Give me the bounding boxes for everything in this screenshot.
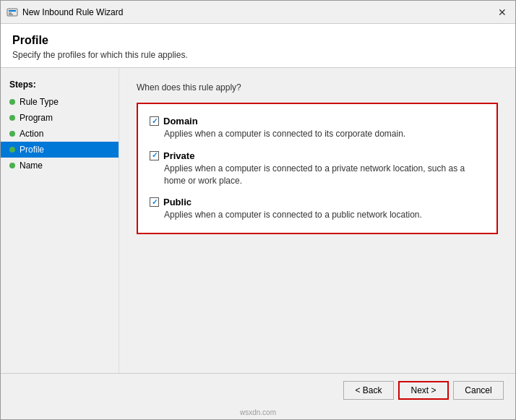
option-private-header: Private: [150, 150, 485, 161]
checkbox-private[interactable]: [150, 151, 159, 160]
watermark: wsxdn.com: [1, 407, 515, 419]
option-private-desc: Applies when a computer is connected to …: [150, 163, 485, 187]
window-header: Profile Specify the profiles for which t…: [1, 24, 515, 68]
wizard-window: New Inbound Rule Wizard ✕ Profile Specif…: [0, 0, 516, 420]
question-text: When does this rule apply?: [137, 82, 498, 93]
page-title: Profile: [12, 34, 504, 47]
title-bar-left: New Inbound Rule Wizard: [7, 7, 123, 18]
option-public-desc: Applies when a computer is connected to …: [150, 209, 485, 221]
option-public-header: Public: [150, 197, 485, 207]
steps-label: Steps:: [1, 77, 119, 94]
page-subtitle: Specify the profiles for which this rule…: [12, 50, 504, 60]
option-domain-desc: Applies when a computer is connected to …: [150, 128, 485, 140]
sidebar-item-rule-type[interactable]: Rule Type: [1, 94, 119, 110]
dot-name: [9, 163, 15, 168]
option-public-label: Public: [163, 197, 192, 207]
sidebar-item-program[interactable]: Program: [1, 110, 119, 126]
title-text: New Inbound Rule Wizard: [22, 7, 123, 17]
next-button[interactable]: Next >: [398, 381, 449, 400]
close-button[interactable]: ✕: [495, 5, 509, 20]
cancel-button[interactable]: Cancel: [453, 381, 504, 400]
sidebar-item-name[interactable]: Name: [1, 158, 119, 173]
option-private: Private Applies when a computer is conne…: [150, 150, 485, 187]
options-box: Domain Applies when a computer is connec…: [137, 103, 498, 234]
sidebar-item-profile[interactable]: Profile: [1, 142, 119, 158]
sidebar-item-action[interactable]: Action: [1, 126, 119, 142]
sidebar-label-program: Program: [20, 113, 53, 123]
svg-rect-1: [9, 10, 16, 12]
title-bar: New Inbound Rule Wizard ✕: [1, 1, 515, 24]
window-footer: < Back Next > Cancel: [1, 373, 515, 407]
dot-program: [9, 115, 15, 121]
dot-profile: [9, 147, 15, 153]
main-content: When does this rule apply? Domain Applie…: [119, 68, 515, 373]
option-domain: Domain Applies when a computer is connec…: [150, 116, 485, 140]
svg-rect-2: [9, 12, 12, 13]
checkbox-domain[interactable]: [150, 116, 159, 126]
sidebar-label-rule-type: Rule Type: [20, 97, 59, 107]
sidebar-label-name: Name: [20, 160, 43, 171]
back-button[interactable]: < Back: [343, 381, 394, 400]
window-body: Steps: Rule Type Program Action Profile …: [1, 68, 515, 373]
sidebar-label-action: Action: [20, 129, 43, 139]
dot-action: [9, 131, 15, 137]
option-public: Public Applies when a computer is connec…: [150, 197, 485, 221]
sidebar-label-profile: Profile: [20, 145, 44, 155]
option-private-label: Private: [163, 150, 194, 161]
option-domain-header: Domain: [150, 116, 485, 127]
svg-rect-3: [9, 14, 13, 14]
dot-rule-type: [9, 99, 15, 105]
wizard-icon: [7, 7, 18, 18]
checkbox-public[interactable]: [150, 197, 159, 207]
sidebar: Steps: Rule Type Program Action Profile …: [1, 68, 119, 373]
option-domain-label: Domain: [163, 116, 198, 127]
